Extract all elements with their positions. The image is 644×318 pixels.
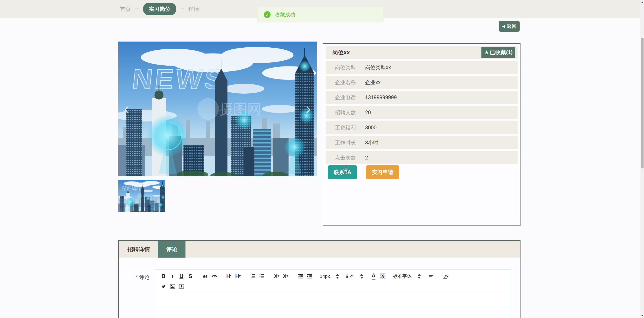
- font-family-picker[interactable]: 标准字体: [393, 273, 421, 279]
- strikethrough-button[interactable]: S: [186, 272, 195, 281]
- align-button[interactable]: [427, 272, 436, 281]
- contact-button[interactable]: 联系TA: [328, 165, 357, 179]
- row-value: 20: [365, 110, 371, 116]
- left-triangle-icon: ◀: [502, 24, 505, 29]
- carousel-thumbnail[interactable]: [118, 180, 165, 212]
- table-row: 点击次数 2: [326, 151, 518, 164]
- nav-item-internship-active[interactable]: 实习岗位: [143, 3, 176, 15]
- table-row: 企业名称 企业xx: [326, 76, 518, 89]
- table-row: 企业电话 13199999999: [326, 91, 518, 104]
- tab-comments[interactable]: 评论: [158, 241, 186, 258]
- row-label: 企业电话: [335, 94, 362, 101]
- scrollbar-up-arrow[interactable]: [641, 2, 643, 3]
- table-row: 岗位类型 岗位类型xx: [326, 61, 518, 74]
- row-value: 8小时: [365, 139, 378, 146]
- spinner-arrows-icon: [418, 274, 421, 279]
- table-row: 工资福利 3000: [326, 121, 518, 134]
- image-button[interactable]: [168, 282, 177, 290]
- job-title: 岗位xx: [332, 49, 350, 56]
- background-color-button[interactable]: A: [378, 272, 387, 281]
- header2-button[interactable]: H2: [234, 272, 242, 281]
- font-size-value: 14px: [320, 274, 330, 279]
- outdent-button[interactable]: [296, 272, 305, 281]
- underline-button[interactable]: U: [177, 272, 186, 281]
- row-value: 3000: [365, 125, 376, 131]
- nav-item-detail[interactable]: 详情: [188, 6, 199, 12]
- apply-button[interactable]: 实习申请: [366, 165, 399, 179]
- row-label: 工作时长: [335, 139, 362, 146]
- table-row: 工作时长 8小时: [326, 136, 518, 149]
- editor-toolbar: B I U S </> H1 H2: [155, 270, 510, 292]
- rich-text-editor: B I U S </> H1 H2: [155, 269, 511, 318]
- row-label: 企业名称: [335, 79, 362, 86]
- chevron-right-icon[interactable]: ›: [303, 100, 314, 118]
- code-button[interactable]: </>: [210, 272, 219, 281]
- blockquote-button[interactable]: [201, 272, 210, 281]
- header1-button[interactable]: H1: [224, 272, 234, 281]
- scrollbar-thumb[interactable]: [641, 38, 644, 168]
- row-label: 招聘人数: [335, 109, 362, 116]
- row-label: 工资福利: [335, 124, 362, 131]
- link-button[interactable]: [159, 282, 168, 290]
- back-button[interactable]: ◀ 返回: [499, 21, 520, 32]
- bold-button[interactable]: B: [159, 272, 168, 281]
- tab-recruit-detail[interactable]: 招聘详情: [120, 241, 158, 258]
- header-format-value: 文本: [345, 273, 354, 279]
- chevron-left-icon[interactable]: ‹: [122, 100, 132, 118]
- bullet-list-button[interactable]: [257, 272, 266, 281]
- font-family-value: 标准字体: [393, 273, 412, 279]
- tab-bar: 招聘详情 评论: [119, 241, 520, 258]
- ordered-list-button[interactable]: 123: [248, 272, 257, 281]
- row-value: 2: [365, 155, 368, 161]
- success-toast: ✓ 收藏成功!: [257, 7, 384, 22]
- header-format-picker[interactable]: 文本: [345, 273, 363, 279]
- comment-field-label: *评论: [136, 274, 150, 281]
- toast-message: 收藏成功!: [274, 11, 297, 18]
- job-detail-rows: 岗位类型 岗位类型xx 企业名称 企业xx 企业电话 13199999999 招…: [326, 61, 518, 164]
- clear-format-button[interactable]: Tx: [442, 272, 450, 281]
- row-label: 点击次数: [335, 154, 362, 161]
- page-scrollbar: [640, 0, 644, 318]
- back-button-label: 返回: [507, 23, 517, 30]
- company-link[interactable]: 企业xx: [365, 79, 380, 86]
- detail-comment-section: 招聘详情 评论 *评论 B I U S: [118, 240, 520, 318]
- scrollbar-down-arrow[interactable]: [641, 315, 643, 316]
- check-circle-icon: ✓: [264, 11, 270, 18]
- spinner-arrows-icon: [360, 274, 363, 279]
- row-label: 岗位类型: [335, 64, 362, 71]
- nav-separator-icon: [181, 8, 184, 10]
- spinner-arrows-icon: [336, 274, 339, 279]
- job-detail-panel: 岗位xx ★ 已收藏(1) 岗位类型 岗位类型xx 企业名称 企业xx 企业电话…: [323, 43, 520, 226]
- panel-header: 岗位xx ★ 已收藏(1): [326, 46, 518, 59]
- page-root: NEWS: [0, 0, 644, 318]
- row-value: 岗位类型xx: [365, 64, 391, 71]
- font-size-picker[interactable]: 14px: [320, 274, 339, 279]
- panel-actions: 联系TA 实习申请: [328, 165, 399, 179]
- svg-text:A: A: [381, 274, 384, 279]
- star-icon: ★: [484, 49, 489, 56]
- comment-editor-textarea[interactable]: [155, 292, 510, 318]
- required-asterisk: *: [136, 274, 138, 280]
- table-row: 招聘人数 20: [326, 106, 518, 119]
- favorited-badge-label: 已收藏(1): [490, 49, 513, 56]
- indent-button[interactable]: [305, 272, 314, 281]
- carousel-main-image: ‹ ›: [118, 42, 316, 176]
- text-color-button[interactable]: A: [369, 272, 378, 281]
- nav-separator-icon: [136, 8, 138, 10]
- favorited-badge[interactable]: ★ 已收藏(1): [482, 47, 515, 58]
- subscript-button[interactable]: X2: [272, 272, 281, 281]
- italic-button[interactable]: I: [168, 272, 177, 281]
- nav-item-home[interactable]: 首页: [120, 6, 131, 12]
- row-value: 13199999999: [365, 94, 397, 100]
- svg-text:3: 3: [250, 277, 252, 279]
- superscript-button[interactable]: X2: [281, 272, 290, 281]
- video-button[interactable]: [177, 282, 186, 290]
